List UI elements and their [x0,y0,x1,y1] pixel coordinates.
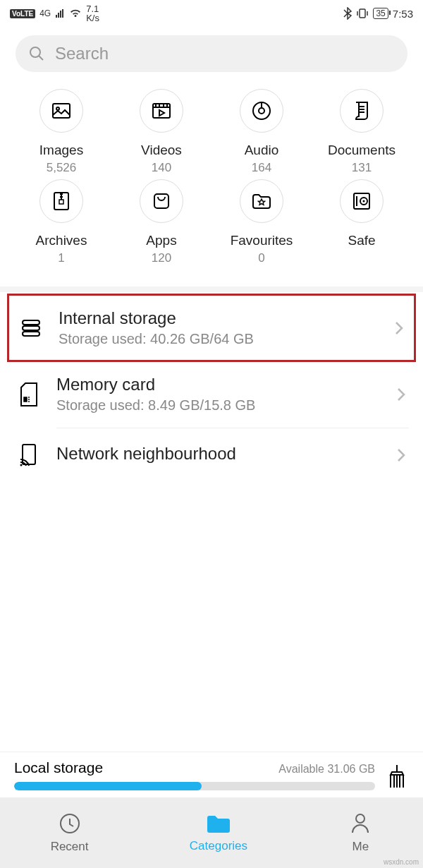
memory-card-sub: Storage used: 8.49 GB/15.8 GB [56,397,381,414]
internal-storage-sub: Storage used: 40.26 GB/64 GB [59,331,379,347]
volte-badge: VoLTE [10,9,35,18]
svg-point-12 [363,200,365,203]
images-icon [39,89,83,133]
cleanup-icon[interactable] [385,764,409,790]
documents-icon [340,89,384,133]
archives-icon [39,179,83,223]
category-documents[interactable]: Documents 131 [312,89,412,175]
category-videos[interactable]: Videos 140 [111,89,212,175]
network-title: Network neighbourhood [56,444,381,464]
svg-rect-8 [59,200,63,204]
internal-storage-icon [19,317,43,339]
audio-icon [240,89,283,133]
person-icon [348,812,372,836]
signal-icon [55,8,65,18]
apps-icon [140,179,183,223]
storage-progress-bar [14,782,375,790]
svg-point-17 [20,464,23,466]
category-favourites[interactable]: Favourites 0 [212,179,312,265]
status-bar: VoLTE 4G 7.1K/s 35 7:53 [0,0,423,27]
svg-rect-13 [23,320,39,325]
memory-card-icon [17,382,41,407]
memory-card-row[interactable]: Memory card Storage used: 8.49 GB/15.8 G… [0,361,423,428]
network-icon [17,442,41,468]
memory-card-title: Memory card [56,375,381,394]
svg-rect-15 [23,332,39,336]
category-archives[interactable]: Archives 1 [11,179,111,265]
nav-me[interactable]: Me [348,812,372,854]
category-images[interactable]: Images 5,526 [11,89,111,175]
local-storage-available: Available 31.06 GB [278,763,375,776]
chevron-right-icon [394,320,404,337]
bluetooth-icon [343,7,352,20]
search-icon [28,45,45,62]
nav-recent[interactable]: Recent [51,812,89,854]
watermark: wsxdn.com [384,858,419,866]
vibrate-icon [356,8,369,19]
chevron-right-icon [396,447,406,464]
folder-icon [205,812,232,835]
svg-point-3 [56,107,59,110]
clock-icon [58,812,82,836]
videos-icon [140,89,183,133]
net-speed: 7.1K/s [86,4,99,23]
nav-categories[interactable]: Categories [190,812,247,853]
svg-rect-14 [23,326,39,330]
safe-icon [340,179,384,223]
category-safe[interactable]: Safe [312,179,412,265]
internal-storage-title: Internal storage [59,308,379,328]
search-input[interactable]: Search [16,35,407,72]
local-storage-title: Local storage [14,759,103,776]
local-storage-panel: Local storage Available 31.06 GB [0,752,423,797]
chevron-right-icon [396,386,406,403]
search-placeholder: Search [55,44,109,64]
favourites-icon [240,179,283,223]
battery-icon: 35 [373,8,388,19]
category-audio[interactable]: Audio 164 [212,89,312,175]
wifi-icon [69,8,82,18]
category-grid: Images 5,526 Videos 140 Audio 164 Docume… [0,85,423,287]
storage-list: Internal storage Storage used: 40.26 GB/… [0,287,423,482]
category-apps[interactable]: Apps 120 [111,179,212,265]
svg-point-1 [30,47,40,57]
network-neighbourhood-row[interactable]: Network neighbourhood [0,428,423,482]
svg-point-19 [356,814,364,823]
network-type: 4G [39,8,51,18]
clock: 7:53 [393,8,413,20]
svg-point-6 [259,108,264,114]
svg-rect-16 [23,445,35,464]
internal-storage-row[interactable]: Internal storage Storage used: 40.26 GB/… [7,294,416,362]
svg-rect-0 [360,9,365,18]
svg-rect-2 [53,104,70,118]
bottom-nav: Recent Categories Me [0,797,423,868]
